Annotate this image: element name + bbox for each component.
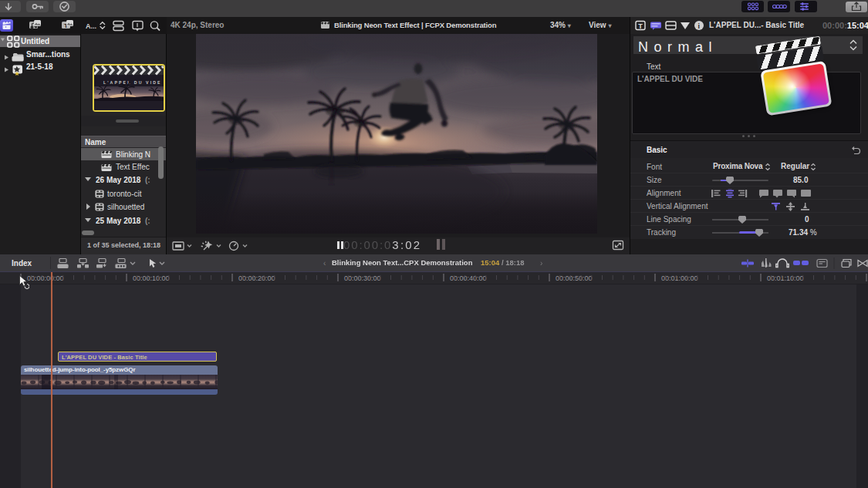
- svg-text:00:00:50:00: 00:00:50:00: [556, 274, 593, 282]
- svg-text:A...: A...: [86, 22, 96, 30]
- svg-text:L'APPEL DU VIDE: L'APPEL DU VIDE: [103, 80, 162, 85]
- svg-text:T: T: [638, 22, 643, 30]
- svg-text:00:00:30:00: 00:00:30:00: [344, 274, 381, 282]
- svg-text:00:00:40:00: 00:00:40:00: [450, 274, 487, 282]
- svg-text:00:01:00:00: 00:01:00:00: [661, 274, 698, 282]
- svg-text:00:00:10:00: 00:00:10:00: [133, 274, 170, 282]
- svg-text:00:00:20:00: 00:00:20:00: [238, 274, 275, 282]
- svg-text:00:01:10:00: 00:01:10:00: [767, 274, 804, 282]
- svg-text:00:00:00:00: 00:00:00:00: [27, 274, 64, 282]
- svg-text:i: i: [698, 22, 701, 30]
